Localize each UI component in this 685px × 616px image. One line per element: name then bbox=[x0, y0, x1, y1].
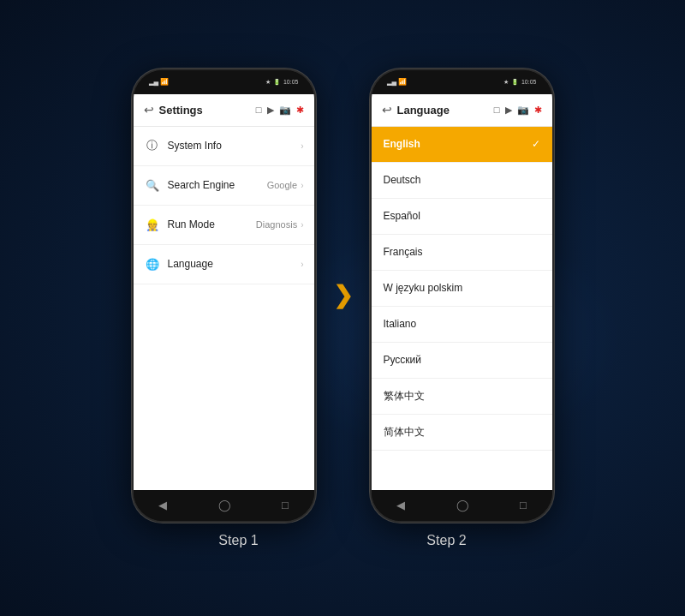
image-icon[interactable]: 📷 bbox=[279, 105, 291, 116]
lang-item-francais[interactable]: Français bbox=[372, 235, 552, 271]
phones-row: ▂▄ 📶 ★ 🔋 10:05 ↩ Settings □ ▶ 📷 bbox=[132, 69, 554, 523]
lang-label-english: English bbox=[384, 138, 532, 150]
home-nav-btn-2[interactable]: ◯ bbox=[456, 499, 469, 511]
chevron-icon-4: › bbox=[301, 260, 303, 269]
settings-item-language[interactable]: 🌐 Language › bbox=[134, 245, 314, 284]
phone1-status-bar: ▂▄ 📶 ★ 🔋 10:05 bbox=[134, 70, 314, 94]
lang-label-polish: W języku polskim bbox=[384, 282, 540, 294]
steps-row: Step 1 Step 2 bbox=[112, 533, 573, 548]
phone1-nav-bar: ◀ ◯ □ bbox=[134, 490, 314, 521]
signal-icon: ▂▄ bbox=[149, 78, 159, 86]
lang-label-deutsch: Deutsch bbox=[384, 174, 540, 186]
phone2-back-icon[interactable]: ↩ bbox=[382, 103, 392, 117]
back-nav-btn-2[interactable]: ◀ bbox=[396, 499, 405, 511]
phone1-header-icons: □ ▶ 📷 ✱ bbox=[256, 105, 304, 116]
chevron-icon-1: › bbox=[301, 141, 303, 151]
phone1-app-header: ↩ Settings □ ▶ 📷 ✱ bbox=[134, 94, 314, 127]
bluetooth-icon-2: ★ bbox=[503, 79, 509, 86]
recents-nav-btn[interactable]: □ bbox=[282, 499, 289, 511]
chevron-icon-3: › bbox=[301, 220, 303, 230]
phone1-back-icon[interactable]: ↩ bbox=[144, 103, 154, 117]
battery-icon: 🔋 bbox=[273, 79, 281, 86]
lang-item-polish[interactable]: W języku polskim bbox=[372, 271, 552, 307]
phone2-screen: ↩ Language □ ▶ 📷 ✱ English ✓ bbox=[372, 94, 552, 490]
phone2-app-header: ↩ Language □ ▶ 📷 ✱ bbox=[372, 94, 552, 127]
lang-check-english: ✓ bbox=[532, 138, 540, 150]
phone2-status-left: ▂▄ 📶 bbox=[387, 78, 408, 86]
signal-icon-2: ▂▄ bbox=[387, 78, 397, 86]
lang-label-trad-chinese: 繁体中文 bbox=[384, 389, 540, 404]
wifi-icon-2: 📶 bbox=[398, 78, 407, 86]
search-engine-label: Search Engine bbox=[168, 179, 267, 191]
chevron-icon-2: › bbox=[301, 181, 303, 190]
screenshot-icon-2[interactable]: □ bbox=[494, 105, 500, 115]
step2-label: Step 2 bbox=[354, 533, 539, 548]
step-arrow: ❯ bbox=[333, 281, 353, 309]
phone2-header-icons: □ ▶ 📷 ✱ bbox=[494, 105, 542, 116]
recents-nav-btn-2[interactable]: □ bbox=[520, 499, 527, 511]
wifi-icon: 📶 bbox=[160, 78, 169, 86]
language-list: English ✓ Deutsch Español Français bbox=[372, 127, 552, 490]
bluetooth-header-icon-2[interactable]: ✱ bbox=[534, 105, 542, 116]
settings-item-system-info[interactable]: ⓘ System Info › bbox=[134, 127, 314, 166]
phone1-time: 10:05 bbox=[283, 79, 299, 85]
phone1-screen: ↩ Settings □ ▶ 📷 ✱ ⓘ System Info › bbox=[134, 94, 314, 490]
back-nav-btn[interactable]: ◀ bbox=[158, 499, 167, 511]
run-mode-label: Run Mode bbox=[168, 218, 256, 230]
lang-item-english[interactable]: English ✓ bbox=[372, 127, 552, 163]
phone1-status-right: ★ 🔋 10:05 bbox=[265, 79, 299, 86]
language-icon: 🌐 bbox=[144, 258, 161, 271]
lang-item-trad-chinese[interactable]: 繁体中文 bbox=[372, 379, 552, 415]
bluetooth-icon: ★ bbox=[265, 79, 271, 86]
phone2-time: 10:05 bbox=[521, 79, 537, 85]
settings-item-run-mode[interactable]: 👷 Run Mode Diagnosis › bbox=[134, 206, 314, 245]
lang-label-russian: Русский bbox=[384, 354, 540, 366]
system-info-icon: ⓘ bbox=[144, 138, 161, 153]
phone1-status-left: ▂▄ 📶 bbox=[149, 78, 170, 86]
screenshot-icon[interactable]: □ bbox=[256, 105, 262, 115]
video-icon-2[interactable]: ▶ bbox=[505, 105, 512, 116]
step1-label: Step 1 bbox=[146, 533, 331, 548]
lang-label-espanol: Español bbox=[384, 210, 540, 222]
phone1-settings-list: ⓘ System Info › 🔍 Search Engine Google ›… bbox=[134, 127, 314, 490]
phone1-header-title: Settings bbox=[159, 104, 256, 117]
system-info-label: System Info bbox=[168, 140, 301, 152]
bluetooth-header-icon[interactable]: ✱ bbox=[296, 105, 304, 116]
phone2-status-right: ★ 🔋 10:05 bbox=[503, 79, 537, 86]
lang-item-italiano[interactable]: Italiano bbox=[372, 307, 552, 343]
settings-item-search-engine[interactable]: 🔍 Search Engine Google › bbox=[134, 166, 314, 206]
lang-label-francais: Français bbox=[384, 246, 540, 258]
language-label: Language bbox=[168, 258, 301, 270]
image-icon-2[interactable]: 📷 bbox=[517, 105, 529, 116]
lang-item-deutsch[interactable]: Deutsch bbox=[372, 163, 552, 199]
search-engine-value: Google bbox=[267, 180, 297, 190]
battery-icon-2: 🔋 bbox=[511, 79, 519, 86]
lang-label-simp-chinese: 简体中文 bbox=[384, 425, 540, 440]
video-icon[interactable]: ▶ bbox=[267, 105, 274, 116]
main-content: ▂▄ 📶 ★ 🔋 10:05 ↩ Settings □ ▶ 📷 bbox=[112, 69, 573, 548]
home-nav-btn[interactable]: ◯ bbox=[218, 499, 231, 511]
phone2: ▂▄ 📶 ★ 🔋 10:05 ↩ Language □ ▶ 📷 bbox=[370, 69, 554, 523]
lang-item-simp-chinese[interactable]: 简体中文 bbox=[372, 415, 552, 451]
lang-item-espanol[interactable]: Español bbox=[372, 199, 552, 235]
phone2-nav-bar: ◀ ◯ □ bbox=[372, 490, 552, 521]
phone2-status-bar: ▂▄ 📶 ★ 🔋 10:05 bbox=[372, 70, 552, 94]
run-mode-value: Diagnosis bbox=[256, 219, 297, 230]
phone2-header-title: Language bbox=[397, 104, 494, 117]
lang-item-russian[interactable]: Русский bbox=[372, 343, 552, 379]
search-engine-icon: 🔍 bbox=[144, 179, 161, 192]
lang-label-italiano: Italiano bbox=[384, 318, 540, 330]
run-mode-icon: 👷 bbox=[144, 218, 161, 231]
phone1: ▂▄ 📶 ★ 🔋 10:05 ↩ Settings □ ▶ 📷 bbox=[132, 69, 316, 523]
